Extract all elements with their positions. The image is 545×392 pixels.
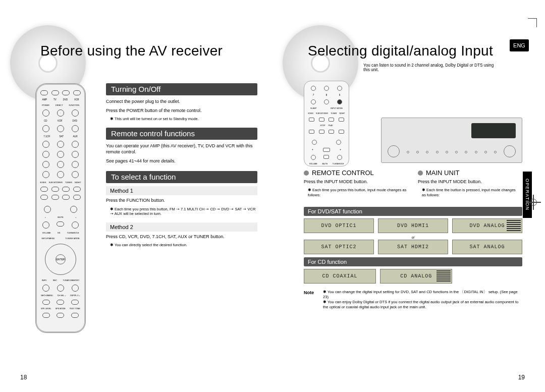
language-badge: ENG (510, 39, 529, 51)
lcd-cd-analog: CD ANALOG (380, 269, 452, 284)
left-content: Turning On/Off Connect the power plug to… (106, 83, 257, 254)
main-unit-heading: MAIN UNIT (418, 169, 516, 177)
cd-bar: For CD function (304, 257, 522, 266)
lcd-sat-optic2: SAT OPTIC2 (304, 240, 374, 254)
turnon-line1: Connect the power plug to the outlet. (106, 98, 257, 104)
dvd-sat-bar: For DVD/SAT function (304, 207, 522, 216)
crop-mark-icon (528, 18, 537, 27)
method1-line: Press the FUNCTION button. (106, 197, 257, 203)
note-2: ✱ You can enjoy Dolby Digital or DTS if … (323, 300, 522, 310)
rc-line: Press the INPUT MODE button. (304, 179, 410, 185)
rc-note: ✱ Each time you press this button, input… (308, 188, 410, 198)
lcd-dvd-analog: DVD ANALOG (452, 218, 522, 233)
method1-label: Method 1 (106, 186, 257, 195)
page-title-left: Before using the AV receiver (40, 43, 223, 59)
section-turning-onoff: Turning On/Off (106, 83, 257, 95)
page-title-right: Selecting digital/analog Input (308, 43, 493, 59)
remote-control-heading: REMOTE CONTROL (304, 169, 410, 177)
lcd-sat-hdmi2: SAT HDMI2 (378, 240, 448, 254)
registration-mark-icon (529, 198, 538, 207)
method2-note: ✱ You can directly select the desired fu… (110, 243, 257, 248)
remote-illustration: AMPTVDVDVCR POWERDIRECTFUNCTION CDVCRDVD… (35, 83, 86, 333)
section-select-function: To select a function (106, 171, 257, 183)
or-separator: or (304, 236, 522, 239)
note-label: Note (304, 290, 319, 310)
rcf-line1: You can operate your AMP (this AV receiv… (106, 143, 257, 155)
section-remote-functions: Remote control functions (106, 128, 257, 140)
side-tab-operation: OPERATION (523, 172, 532, 218)
turnon-line2: Press the POWER button of the remote con… (106, 107, 257, 114)
lcd-dvd-hdmi1: DVD HDMI1 (378, 218, 448, 233)
page-18: Before using the AV receiver AMPTVDVDVCR… (0, 0, 272, 392)
lcd-sat-analog: SAT ANALOG (452, 240, 522, 254)
page-19: Selecting digital/analog Input ENG You c… (272, 0, 545, 392)
lcd-dvd-optic1: DVD OPTIC1 (304, 218, 374, 233)
note-1: ✱ You can change the digital input setti… (323, 290, 522, 300)
main-unit-illustration (381, 118, 522, 163)
mu-note: ✱ Each time the button is pressed, input… (422, 188, 516, 198)
subtitle: You can listen to sound in 2 channel ana… (363, 63, 500, 72)
rcf-line2: See pages 41~44 for more details. (106, 158, 257, 164)
mu-line: Press the INPUT MODE button. (418, 179, 516, 185)
page-number-18: 18 (20, 374, 27, 381)
turnon-note: ✱ This unit will be turned on or set to … (110, 117, 257, 122)
remote-thumbnail: 789 SLEEPINPUT MODE EX/ESSUB WOOFERTUNER… (304, 81, 349, 166)
method2-label: Method 2 (106, 222, 257, 232)
right-content: REMOTE CONTROL Press the INPUT MODE butt… (304, 169, 522, 310)
page-number-19: 19 (518, 374, 525, 381)
method1-note: ✱ Each time you press this button, FM ➝ … (110, 207, 257, 217)
lcd-cd-coaxial: CD COAXIAL (304, 269, 376, 284)
method2-line: Press CD, VCR, DVD, 7.1CH, SAT, AUX or T… (106, 234, 257, 240)
dpad-icon (45, 244, 76, 275)
